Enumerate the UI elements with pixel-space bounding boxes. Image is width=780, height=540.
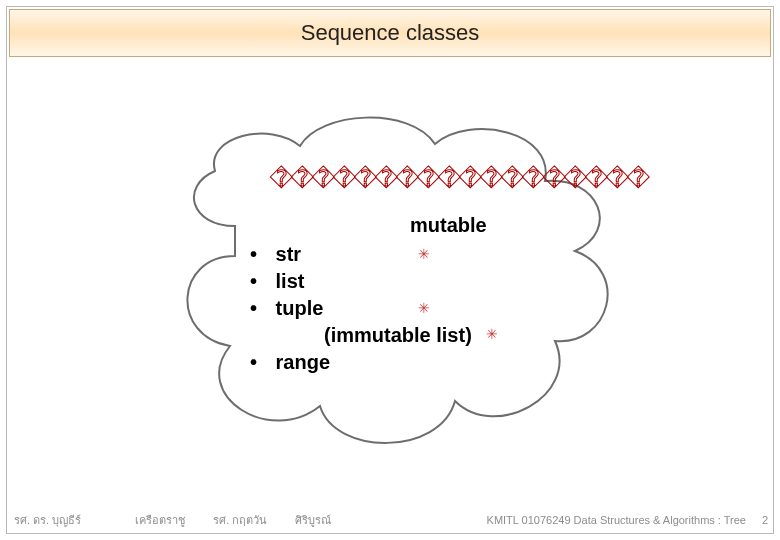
footer: รศ. ดร. บุญธีร์ เครือตราชู รศ. กฤตวัน ศิ… <box>0 508 780 532</box>
mark-icon: ✳ <box>418 299 430 318</box>
page-number: 2 <box>762 514 768 526</box>
cloud-content: ������������������ mutable • str ✳ • lis… <box>160 96 630 466</box>
slide-title: Sequence classes <box>301 20 480 46</box>
bullet-icon: • <box>250 349 270 376</box>
mark-icon: ✳ <box>486 325 498 344</box>
mark-icon: ✳ <box>418 245 430 264</box>
item-str: str <box>276 243 302 265</box>
bullet-icon: • <box>250 295 270 322</box>
mutable-label: mutable <box>410 214 590 237</box>
footer-author-2b: ศิริบูรณ์ <box>295 511 331 529</box>
garbled-heading: ������������������ <box>270 166 590 192</box>
cloud-shape: ������������������ mutable • str ✳ • lis… <box>160 96 630 466</box>
footer-author-1b: เครือตราชู <box>135 511 185 529</box>
list-item: • tuple ✳ ✳ (immutable list) <box>250 295 590 349</box>
item-tuple-sub: (immutable list) <box>324 322 590 349</box>
footer-author-1a: รศ. ดร. บุญธีร์ <box>14 511 81 529</box>
list-item: • str ✳ <box>250 241 590 268</box>
item-range: range <box>276 351 330 373</box>
footer-course: KMITL 01076249 Data Structures & Algorit… <box>487 514 746 526</box>
bullet-icon: • <box>250 241 270 268</box>
item-list: list <box>276 270 305 292</box>
item-tuple: tuple <box>276 297 324 319</box>
slide: Sequence classes ������������������ muta… <box>0 0 780 540</box>
bullet-icon: • <box>250 268 270 295</box>
list-item: • list <box>250 268 590 295</box>
title-bar: Sequence classes <box>9 9 771 57</box>
list-item: • range <box>250 349 590 376</box>
sequence-list: • str ✳ • list • tuple ✳ ✳ (immutable li… <box>250 241 590 376</box>
footer-author-2a: รศ. กฤตวัน <box>213 511 267 529</box>
